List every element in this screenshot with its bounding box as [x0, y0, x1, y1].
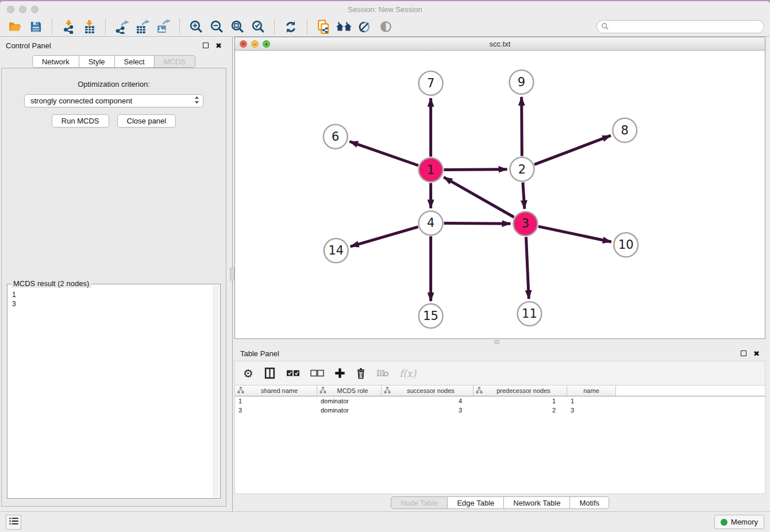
graph-edge-2-8[interactable] — [534, 136, 611, 164]
memory-label: Memory — [731, 518, 758, 526]
cybrowser-home-icon[interactable] — [335, 19, 353, 35]
graph-edge-3-1[interactable] — [444, 177, 514, 217]
export-image-icon[interactable] — [154, 19, 172, 35]
export-table-icon[interactable] — [133, 19, 152, 35]
table-settings-icon[interactable]: ⚙ — [243, 367, 253, 380]
mcds-result-text[interactable]: 1 3 — [12, 290, 212, 497]
main-area: Control Panel ✖ Network Style Select MCD… — [0, 37, 770, 511]
column-header-successor-nodes[interactable]: successor nodes — [382, 385, 473, 396]
tab-style[interactable]: Style — [79, 55, 115, 68]
toolbar-separator — [179, 20, 180, 34]
graph-node-11[interactable]: 11 — [517, 302, 541, 326]
close-panel-icon[interactable]: ✖ — [215, 41, 222, 50]
graph-node-label: 14 — [328, 244, 344, 257]
search-input[interactable] — [596, 20, 764, 33]
result-scrollbar[interactable] — [213, 286, 219, 497]
vertical-split-divider[interactable] — [228, 37, 234, 511]
table-panel-title: Table Panel — [240, 349, 279, 358]
float-panel-icon[interactable] — [203, 43, 209, 48]
column-tree-icon — [237, 387, 244, 395]
graph-edge-2-9[interactable] — [522, 97, 522, 156]
memory-button[interactable]: Memory — [714, 515, 764, 529]
table-row[interactable]: 1 dominator 4 1 1 — [235, 396, 765, 406]
graph-node-label: 15 — [423, 309, 438, 323]
graph-edge-3-10[interactable] — [538, 226, 611, 242]
tab-mcds[interactable]: MCDS — [155, 55, 195, 68]
graph-node-10[interactable]: 10 — [614, 233, 638, 257]
control-panel-tabs: Network Style Select MCDS — [0, 54, 228, 68]
graph-node-14[interactable]: 14 — [324, 238, 348, 263]
show-graphics-details-icon[interactable] — [376, 19, 395, 35]
delete-column-icon[interactable] — [356, 368, 366, 379]
tab-network[interactable]: Network — [32, 55, 79, 68]
task-history-button[interactable] — [6, 515, 21, 530]
network-view-window: ✕ − + scc.txt 7968124314101511 — [234, 37, 765, 339]
close-panel-button[interactable]: Close panel — [117, 114, 176, 128]
graph-node-1[interactable]: 1 — [419, 158, 443, 182]
network-window-titlebar[interactable]: ✕ − + scc.txt — [235, 37, 765, 51]
tab-motifs[interactable]: Motifs — [570, 496, 609, 509]
divider-handle[interactable] — [230, 268, 234, 280]
network-canvas[interactable]: 7968124314101511 — [235, 51, 765, 338]
column-header-predecessor-nodes[interactable]: predecessor nodes — [473, 385, 567, 396]
save-session-icon[interactable] — [26, 19, 45, 35]
cell-successor-nodes: 3 — [382, 406, 473, 415]
run-mcds-button[interactable]: Run MCDS — [52, 114, 109, 128]
optimization-criterion-select[interactable]: strongly connected component — [24, 94, 203, 107]
network-graph[interactable]: 7968124314101511 — [235, 51, 765, 338]
divider-handle[interactable] — [494, 340, 499, 344]
add-column-icon[interactable] — [334, 368, 345, 379]
float-table-panel-icon[interactable] — [741, 350, 746, 356]
deselect-all-rows-icon[interactable] — [310, 369, 324, 377]
tab-edge-table[interactable]: Edge Table — [448, 496, 504, 509]
column-header-shared-name[interactable]: shared name — [235, 385, 317, 396]
horizontal-split-divider[interactable] — [234, 339, 765, 346]
import-network-icon[interactable] — [59, 19, 78, 35]
titlebar: Session: New Session — [0, 1, 770, 17]
graph-edge-2-3[interactable] — [523, 182, 525, 209]
selected-option: strongly connected component — [30, 97, 194, 105]
tab-network-table[interactable]: Network Table — [504, 496, 570, 509]
graph-edge-4-3[interactable] — [444, 223, 511, 224]
graph-node-7[interactable]: 7 — [419, 71, 443, 95]
tab-select[interactable]: Select — [115, 55, 155, 68]
toggle-columns-icon[interactable] — [264, 367, 276, 379]
column-header-name[interactable]: name — [567, 385, 616, 396]
table-row[interactable]: 3 dominator 3 2 3 — [235, 406, 765, 415]
zoom-selected-icon[interactable] — [249, 19, 267, 35]
zoom-out-icon[interactable] — [207, 19, 226, 35]
graph-node-6[interactable]: 6 — [324, 125, 348, 149]
cell-predecessor-nodes: 2 — [473, 406, 567, 415]
refresh-layout-icon[interactable] — [282, 19, 300, 35]
select-all-rows-icon[interactable] — [286, 369, 300, 377]
mcds-result-line: 1 — [12, 290, 212, 299]
zoom-in-icon[interactable] — [187, 19, 205, 35]
tab-node-table[interactable]: Node Table — [391, 496, 448, 509]
export-network-icon[interactable] — [113, 19, 131, 35]
cell-name: 3 — [567, 406, 616, 415]
open-session-icon[interactable] — [6, 19, 24, 35]
graph-edge-4-14[interactable] — [351, 227, 418, 246]
network-search — [596, 20, 764, 33]
clone-network-icon[interactable] — [314, 19, 333, 35]
graph-node-4[interactable]: 4 — [419, 211, 443, 235]
graph-node-9[interactable]: 9 — [509, 70, 533, 94]
graph-node-label: 1 — [427, 163, 434, 177]
graph-edge-3-11[interactable] — [526, 237, 529, 299]
column-tree-icon — [384, 387, 391, 395]
zoom-fit-icon[interactable] — [228, 19, 247, 35]
import-table-icon[interactable] — [80, 19, 98, 35]
column-tree-icon — [319, 387, 326, 395]
graph-edge-1-2[interactable] — [444, 169, 507, 170]
cell-predecessor-nodes: 1 — [473, 396, 567, 406]
hide-annotations-icon[interactable] — [356, 19, 374, 35]
node-table: shared name MCDS role successor nodes — [234, 385, 765, 494]
graph-node-15[interactable]: 15 — [419, 304, 443, 328]
column-header-mcds-role[interactable]: MCDS role — [317, 385, 382, 396]
graph-node-3[interactable]: 3 — [513, 211, 537, 236]
close-table-panel-icon[interactable]: ✖ — [753, 349, 760, 358]
graph-node-8[interactable]: 8 — [613, 118, 637, 142]
graph-node-2[interactable]: 2 — [510, 157, 534, 182]
graph-edge-1-6[interactable] — [349, 141, 418, 165]
table-panel: Table Panel ✖ ⚙ — [234, 346, 765, 511]
